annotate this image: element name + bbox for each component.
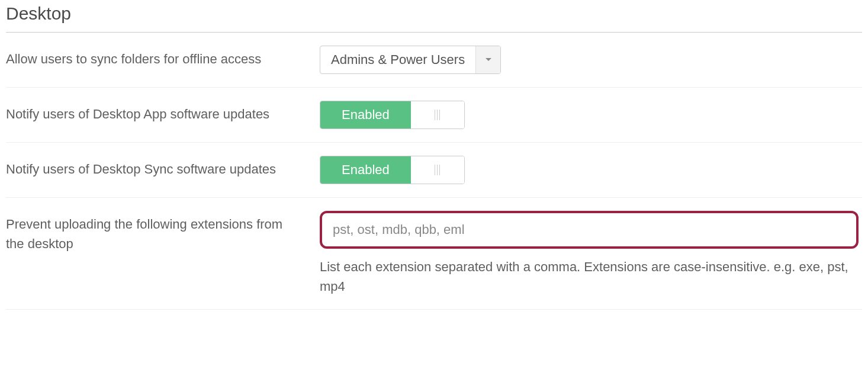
prevent-extensions-input[interactable] [320, 211, 859, 249]
notify-app-updates-toggle[interactable]: Enabled [320, 101, 465, 129]
setting-label: Allow users to sync folders for offline … [6, 46, 320, 69]
setting-row-notify-app-updates: Notify users of Desktop App software upd… [6, 88, 862, 143]
setting-row-notify-sync-updates: Notify users of Desktop Sync software up… [6, 143, 862, 198]
toggle-state-label: Enabled [320, 101, 411, 129]
section-title: Desktop [6, 4, 862, 24]
setting-label: Prevent uploading the following extensio… [6, 211, 320, 253]
prevent-extensions-help: List each extension separated with a com… [320, 257, 859, 296]
grip-icon [435, 110, 440, 120]
sync-offline-select[interactable]: Admins & Power Users [320, 46, 501, 74]
toggle-state-label: Enabled [320, 156, 411, 184]
setting-row-prevent-extensions: Prevent uploading the following extensio… [6, 198, 862, 310]
select-value: Admins & Power Users [320, 52, 475, 68]
setting-label: Notify users of Desktop Sync software up… [6, 156, 320, 179]
chevron-down-icon [475, 46, 500, 73]
grip-icon [435, 165, 440, 175]
setting-label: Notify users of Desktop App software upd… [6, 101, 320, 124]
toggle-handle [411, 156, 464, 184]
setting-row-sync-offline: Allow users to sync folders for offline … [6, 33, 862, 88]
notify-sync-updates-toggle[interactable]: Enabled [320, 156, 465, 184]
toggle-handle [411, 101, 464, 129]
